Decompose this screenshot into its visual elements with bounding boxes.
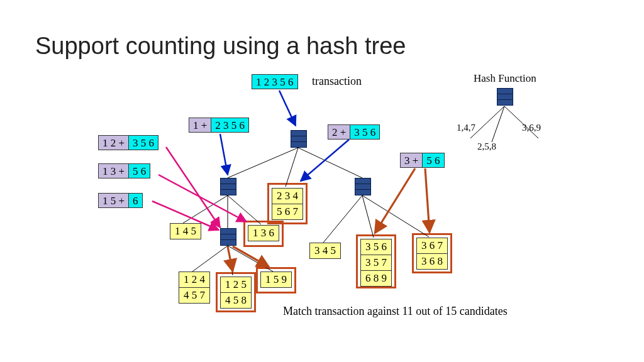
svg-line-6	[323, 195, 362, 243]
svg-line-8	[362, 195, 429, 237]
svg-line-24	[233, 246, 269, 267]
svg-line-21	[375, 168, 415, 233]
svg-line-7	[362, 195, 374, 238]
svg-line-16	[220, 134, 228, 175]
svg-line-2	[298, 148, 362, 178]
transaction-box: 1 2 3 5 6	[252, 74, 298, 89]
svg-line-11	[228, 246, 273, 272]
svg-line-9	[192, 246, 228, 272]
svg-line-18	[166, 147, 220, 228]
leaf-124-row1: 4 5 7	[179, 288, 209, 303]
leaf-136-row0: 1 3 6	[248, 226, 279, 241]
prefix-15-a: 1 5 +	[99, 194, 129, 207]
leaf-125-row1: 4 5 8	[221, 293, 251, 308]
leaf-145-row0: 1 4 5	[170, 224, 201, 239]
svg-line-13	[492, 106, 504, 142]
leaf-145: 1 4 5	[170, 223, 201, 239]
transaction-items: 1 2 3 5 6	[252, 75, 297, 89]
leaf-136: 1 3 6	[248, 225, 279, 241]
page-title: Support counting using a hash tree	[35, 33, 406, 60]
svg-line-17	[301, 140, 349, 181]
prefix-13: 1 3 + 5 6	[98, 163, 150, 178]
leaf-367-row0: 3 6 7	[417, 238, 447, 254]
prefix-13-b: 5 6	[129, 164, 150, 178]
hashfn-right: 3,6,9	[522, 123, 541, 133]
leaf-367: 3 6 7 3 6 8	[416, 238, 448, 270]
node-R	[355, 178, 371, 195]
prefix-3-a: 3 +	[401, 153, 423, 167]
prefix-12-b: 3 5 6	[129, 136, 158, 150]
root-node	[291, 130, 307, 148]
prefix-2: 2 + 3 5 6	[328, 124, 380, 140]
prefix-3: 3 + 5 6	[400, 153, 445, 168]
prefix-15-b: 6	[129, 194, 142, 207]
svg-line-15	[279, 90, 296, 126]
leaf-124: 1 2 4 4 5 7	[179, 272, 210, 304]
svg-line-0	[228, 148, 298, 178]
leaf-367-row1: 3 6 8	[417, 254, 447, 269]
hashfn-left: 1,4,7	[457, 123, 475, 133]
hashfn-node	[497, 88, 513, 106]
leaf-356-row0: 3 5 6	[361, 239, 391, 255]
leaf-125: 1 2 5 4 5 8	[220, 277, 252, 309]
prefix-1: 1 + 2 3 5 6	[189, 118, 249, 133]
node-LL	[220, 228, 236, 246]
transaction-label: transaction	[312, 75, 362, 88]
leaf-345: 3 4 5	[309, 243, 341, 259]
node-L	[220, 178, 236, 195]
prefix-2-b: 3 5 6	[350, 125, 379, 139]
leaf-234-row0: 2 3 4	[272, 189, 303, 204]
leaf-356-row1: 3 5 7	[361, 255, 391, 271]
leaf-124-row0: 1 2 4	[179, 272, 209, 288]
prefix-12-a: 1 2 +	[99, 136, 129, 150]
leaf-356-row2: 6 8 9	[361, 271, 391, 286]
leaf-125-row0: 1 2 5	[221, 277, 251, 293]
prefix-15: 1 5 + 6	[98, 193, 143, 208]
svg-line-3	[183, 195, 228, 223]
leaf-356: 3 5 6 3 5 7 6 8 9	[360, 239, 392, 287]
svg-line-10	[228, 246, 233, 275]
hashfn-mid: 2,5,8	[477, 141, 496, 152]
prefix-1-b: 2 3 5 6	[211, 118, 248, 132]
svg-line-23	[228, 246, 233, 272]
leaf-234: 2 3 4 5 6 7	[272, 188, 303, 220]
svg-line-1	[286, 148, 298, 187]
prefix-1-a: 1 +	[189, 118, 211, 132]
svg-line-12	[470, 106, 504, 138]
leaf-159: 1 5 9	[260, 272, 292, 288]
leaf-345-row0: 3 4 5	[310, 243, 340, 258]
leaf-234-row1: 5 6 7	[272, 204, 303, 219]
prefix-13-a: 1 3 +	[99, 164, 129, 178]
prefix-3-b: 5 6	[423, 153, 443, 167]
hashfn-label: Hash Function	[474, 72, 536, 85]
svg-line-22	[425, 168, 430, 233]
prefix-12: 1 2 + 3 5 6	[98, 135, 158, 150]
svg-line-5	[228, 195, 261, 224]
prefix-2-a: 2 +	[328, 125, 350, 139]
caption: Match transaction against 11 out of 15 c…	[283, 305, 508, 318]
leaf-159-row0: 1 5 9	[261, 272, 291, 287]
